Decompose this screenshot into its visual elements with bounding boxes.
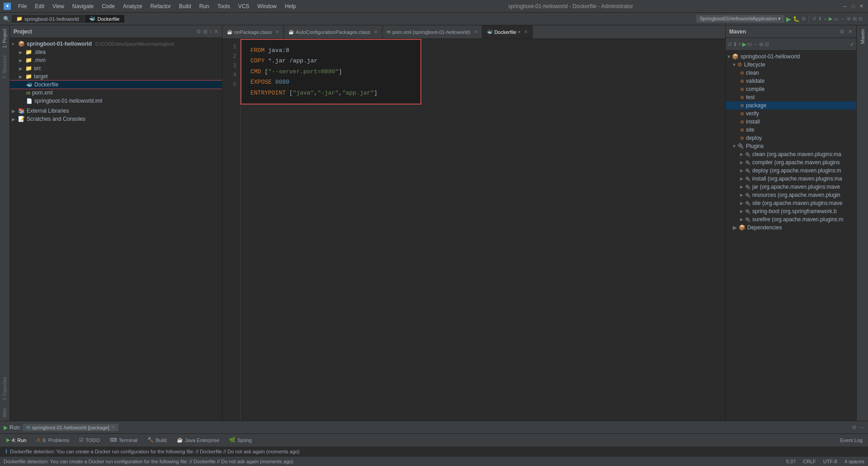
tab-spring[interactable]: 🌿 Spring [225,436,256,444]
event-log-label[interactable]: Event Log [836,437,866,443]
maven-site[interactable]: ⚙ site [726,126,856,134]
toolbar-icon-8[interactable]: ⊞ [853,16,857,22]
tree-target[interactable]: ▶ 📁 target [10,72,222,81]
tab-autoconfig[interactable]: ☕ AutoConfigurationPackages.class ✕ [284,25,382,39]
tree-external-libs[interactable]: ▶ 📚 External Libraries [10,107,222,115]
maven-close-icon[interactable]: ✕ [848,29,853,35]
menu-view[interactable]: View [49,2,68,10]
maven-plugin-deploy[interactable]: ▶ 🔌 deploy (org.apache.maven.plugins:m [726,166,856,175]
maven-link-icon[interactable]: ⊕ [759,41,764,48]
tree-root[interactable]: ▾ 📦 springboot-01-helloworld D:\CODE\Ide… [10,40,222,48]
tab-run[interactable]: ▶ 4: Run [2,436,31,444]
project-close-icon[interactable]: ✕ [214,29,218,35]
top-tab-project[interactable]: 📁 springboot-01-helloworld [12,15,84,23]
maven-plugin-compiler[interactable]: ▶ 🔌 compiler (org.apache.maven.plugins [726,158,856,166]
project-expand-icon[interactable]: ↕ [209,29,212,35]
maven-checkmark-icon[interactable]: ✓ [850,41,854,48]
maven-plugin-jar[interactable]: ▶ 🔌 jar (org.apache.maven.plugins:mave [726,183,856,191]
maven-verify[interactable]: ⚙ verify [726,109,856,118]
maximize-button[interactable]: □ [850,3,856,10]
right-tab-maven[interactable]: Maven [858,25,867,48]
menu-navigate[interactable]: Navigate [69,2,97,10]
toolbar-icon-2[interactable]: ⬇ [818,16,822,22]
run-settings-icon[interactable]: ⚙ [852,424,857,431]
menu-vcs[interactable]: VCS [235,2,253,10]
maven-add-icon[interactable]: + [738,41,741,48]
maven-package[interactable]: ⚙ package [726,101,856,109]
menu-analyze[interactable]: Analyze [119,2,146,10]
top-tab-dockerfile[interactable]: 🐳 Dockerfile [85,15,124,23]
maven-debug-icon[interactable]: m [747,41,752,48]
left-tab-project[interactable]: 1: Project [1,25,9,52]
maven-compile[interactable]: ⚙ compile [726,85,856,93]
tab-onpackage[interactable]: ☕ onPackage.class ✕ [222,25,284,39]
tab-todo[interactable]: ☑ TODO [75,436,104,444]
maven-plugin-resources[interactable]: ▶ 🔌 resources (org.apache.maven.plugin [726,191,856,199]
maven-lifecycle-header[interactable]: ▾ ⚙ Lifecycle [726,61,856,69]
run-button[interactable]: ▶ [786,15,791,23]
menu-file[interactable]: File [14,2,30,10]
tab-dropdown[interactable]: ▾ [518,29,520,34]
toolbar-icon-3[interactable]: + [824,16,826,22]
left-tab-web[interactable]: Web [1,404,9,421]
toolbar-icon-7[interactable]: ⊕ [847,16,851,22]
global-search-icon[interactable]: 🔍 [2,14,11,24]
toolbar-icon-4[interactable]: ▶ [829,16,832,22]
maven-download-icon[interactable]: ⬇ [733,41,737,48]
toolbar-icon-1[interactable]: ↺ [812,16,816,22]
run-config-dropdown[interactable]: Springboot01HelloworldApplication ▾ [696,15,785,23]
run-tab[interactable]: m springboot-01-helloworld [package] ✕ [23,424,118,431]
minimize-button[interactable]: ─ [842,3,848,10]
autoconfig-close[interactable]: ✕ [374,29,377,34]
maven-plugin-clean[interactable]: ▶ 🔌 clean (org.apache.maven.plugins:ma [726,150,856,158]
run-minimize-icon[interactable]: ─ [860,424,864,431]
maven-plugin-site[interactable]: ▶ 🔌 site (org.apache.maven.plugins:mave [726,199,856,207]
menu-build[interactable]: Build [175,2,195,10]
left-tab-structure[interactable]: 7: Structure [1,52,9,82]
maven-validate[interactable]: ⚙ validate [726,77,856,85]
status-crlf[interactable]: CRLF [803,459,816,464]
status-indent[interactable]: 4 spaces [844,459,864,464]
project-settings-icon[interactable]: ⚙ [196,29,201,35]
tab-java-enterprise[interactable]: ☕ Java Enterprise [172,436,224,444]
menu-refactor[interactable]: Refactor [147,2,175,10]
maven-plugins-header[interactable]: ▾ 🔌 Plugins [726,142,856,150]
toolbar-icon-6[interactable]: → [840,16,845,22]
maven-install[interactable]: ⚙ install [726,118,856,126]
maven-arrow-icon[interactable]: → [753,41,758,48]
tree-iml[interactable]: 📄 springboot-01-helloworld.iml [10,97,222,105]
toolbar-more[interactable]: ⚙ [802,16,806,22]
tree-idea[interactable]: ▶ 📁 .idea [10,48,222,56]
maven-plugin-surefire[interactable]: ▶ 🔌 surefire (org.apache.maven.plugins:m [726,215,856,223]
maven-test[interactable]: ⚙ test [726,93,856,101]
debug-button[interactable]: 🐛 [793,16,800,22]
menu-help[interactable]: Help [281,2,300,10]
menu-edit[interactable]: Edit [31,2,48,10]
tree-src[interactable]: ▶ 📁 src [10,64,222,72]
maven-collapse-icon[interactable]: ⊟ [764,41,769,48]
tab-problems[interactable]: ⚠ 6: Problems [32,436,74,444]
status-line-col[interactable]: 5:37 [786,459,796,464]
status-charset[interactable]: UTF-8 [823,459,837,464]
maven-clean[interactable]: ⚙ clean [726,69,856,77]
maven-plugin-spring-boot[interactable]: ▶ 🔌 spring-boot (org.springframework.b [726,207,856,215]
tab-pom[interactable]: m pom.xml (springboot-01-helloworld) ✕ [382,25,483,39]
dockerfile-close[interactable]: ✕ [524,29,528,34]
maven-project-root[interactable]: ▾ 📦 springboot-01-helloworld [726,52,856,61]
tree-mvn[interactable]: ▶ 📁 .mvn [10,56,222,64]
tab-build[interactable]: 🔨 Build [143,436,171,444]
maven-run-icon[interactable]: ▶ [742,41,746,48]
toolbar-icon-5[interactable]: m [834,16,838,22]
maven-dependencies-header[interactable]: ▶ 📦 Dependencies [726,223,856,232]
menu-run[interactable]: Run [196,2,213,10]
tab-terminal[interactable]: ⌨ Terminal [105,436,142,444]
run-tab-close[interactable]: ✕ [111,425,115,430]
tree-scratches[interactable]: ▶ 📝 Scratches and Consoles [10,115,222,123]
pom-close[interactable]: ✕ [474,29,477,34]
menu-code[interactable]: Code [98,2,118,10]
maven-reload-icon[interactable]: ↺ [727,41,732,48]
project-layout-icon[interactable]: ⊞ [203,29,208,35]
menu-window[interactable]: Window [254,2,280,10]
maven-plugin-install[interactable]: ▶ 🔌 install (org.apache.maven.plugins:ma [726,175,856,183]
maven-settings-icon[interactable]: ⚙ [840,29,844,35]
